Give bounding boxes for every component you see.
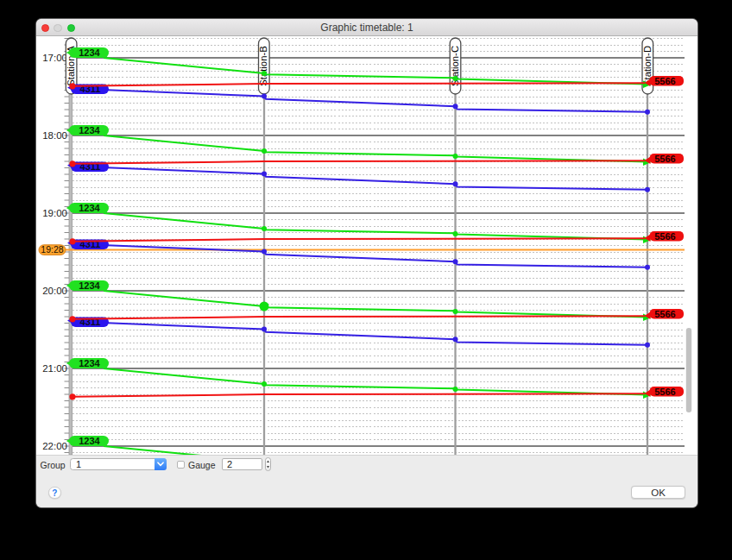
svg-text:Station-B: Station-B: [258, 46, 268, 85]
svg-text:5566: 5566: [654, 231, 675, 242]
svg-text:1234: 1234: [79, 280, 100, 291]
svg-text:1234: 1234: [79, 125, 100, 135]
svg-text:1234: 1234: [79, 436, 100, 446]
svg-text:19:00: 19:00: [42, 208, 67, 218]
svg-text:18:00: 18:00: [42, 130, 67, 141]
svg-text:1234: 1234: [79, 203, 100, 213]
svg-text:1234: 1234: [79, 47, 100, 58]
svg-text:5566: 5566: [654, 387, 675, 397]
svg-text:5566: 5566: [654, 309, 675, 319]
svg-text:19:28: 19:28: [41, 244, 63, 255]
svg-text:5566: 5566: [654, 76, 675, 86]
svg-text:22:00: 22:00: [42, 441, 67, 451]
svg-text:1234: 1234: [79, 358, 100, 368]
svg-text:20:00: 20:00: [42, 286, 67, 296]
svg-text:5566: 5566: [654, 154, 675, 164]
svg-text:17:00: 17:00: [42, 53, 67, 63]
svg-text:21:00: 21:00: [42, 363, 67, 374]
